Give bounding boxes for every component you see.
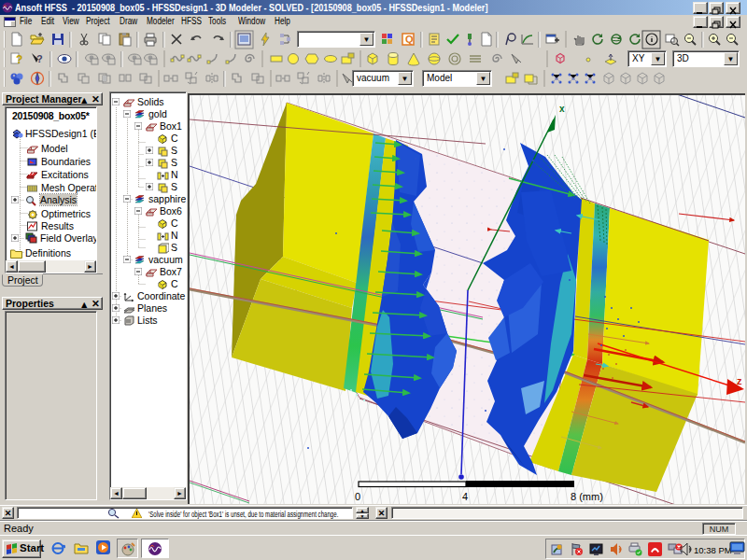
svg-text:0: 0 [355,491,360,502]
svg-text:x: x [559,104,565,114]
svg-text:z: z [737,375,742,386]
svg-text:4: 4 [462,491,468,502]
svg-text:8 (mm): 8 (mm) [571,491,603,502]
